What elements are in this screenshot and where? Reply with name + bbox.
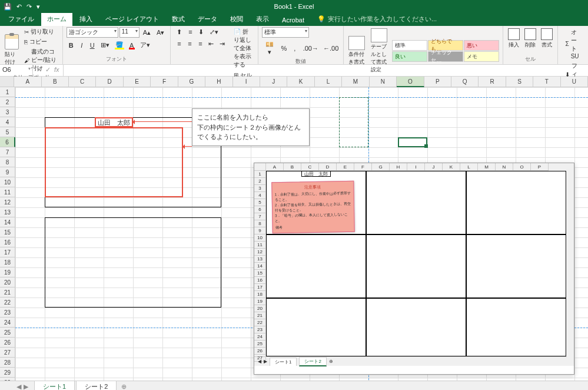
inset-col-C[interactable]: C [301,163,319,171]
inset-col-I[interactable]: I [407,163,425,171]
align-left-button[interactable]: ≡ [174,39,184,49]
inset-row-4[interactable]: 4 [254,192,266,199]
inset-col-K[interactable]: K [443,163,460,171]
row-header-27[interactable]: 27 [0,348,15,358]
inset-row-16[interactable]: 16 [254,277,266,284]
row-header-11[interactable]: 11 [0,187,15,197]
col-header-T[interactable]: T [533,77,560,87]
inset-row-23[interactable]: 23 [254,326,266,333]
cell-styles-gallery[interactable]: 標準 どちらでも… 悪い 良い チェック セ… メモ [392,40,499,62]
copy-button[interactable]: コピー [22,37,59,47]
inset-col-F[interactable]: F [354,163,372,171]
inset-row-9[interactable]: 9 [254,227,266,234]
tab-formulas[interactable]: 数式 [166,12,191,26]
row-header-14[interactable]: 14 [0,217,15,227]
inset-col-H[interactable]: H [390,163,407,171]
inset-col-B[interactable]: B [284,163,301,171]
inset-row-15[interactable]: 15 [254,270,266,277]
row-header-30[interactable]: 30 [0,378,15,381]
col-header-O[interactable]: O [397,77,424,87]
row-header-21[interactable]: 21 [0,287,15,298]
inset-row-21[interactable]: 21 [254,312,266,319]
inset-row-12[interactable]: 12 [254,249,266,256]
fill-color-button[interactable]: 🪣 [113,40,126,50]
col-header-U[interactable]: U [561,77,588,87]
name-input-cell[interactable]: 山田 太郎 [95,117,133,127]
row-header-24[interactable]: 24 [0,318,15,328]
inset-tab-sheet2[interactable]: シート2 [299,357,326,366]
row-header-6[interactable]: 6 [0,137,15,147]
inset-col-P[interactable]: P [531,163,549,171]
col-header-N[interactable]: N [370,77,397,87]
style-good[interactable]: 良い [392,51,427,62]
decrease-indent-button[interactable]: ⇤ [206,39,216,49]
inset-row-2[interactable]: 2 [254,178,266,185]
inset-row-24[interactable]: 24 [254,333,266,341]
align-right-button[interactable]: ≡ [195,39,205,49]
cells-grid[interactable]: 山田 太郎 ここに名前を入力したら 下の枠内にシート２から画像がとんでくるように… [15,87,588,381]
inset-col-O[interactable]: O [513,163,531,171]
row-header-18[interactable]: 18 [0,257,15,267]
align-center-button[interactable]: ≡ [185,39,194,49]
inset-row-3[interactable]: 3 [254,185,266,192]
accounting-button[interactable]: 💴▾ [262,39,278,57]
row-header-22[interactable]: 22 [0,298,15,308]
tab-acrobat[interactable]: Acrobat [276,14,310,26]
row-header-9[interactable]: 9 [0,167,15,177]
wrap-text-button[interactable]: 📄 折り返して全体を表示する [232,27,254,70]
row-header-15[interactable]: 15 [0,227,15,237]
inset-row-25[interactable]: 25 [254,341,266,348]
row-header-28[interactable]: 28 [0,358,15,368]
inset-col-L[interactable]: L [460,163,478,171]
col-header-E[interactable]: E [124,77,151,87]
orientation-button[interactable]: ⤢▾ [207,27,221,37]
format-cells-button[interactable]: 書式 [540,27,554,50]
inset-name-cell[interactable]: 山田 太郎 [301,171,331,177]
inset-row-6[interactable]: 6 [254,206,266,213]
row-header-19[interactable]: 19 [0,267,15,277]
tab-nav-next[interactable]: ▶ [24,383,28,390]
decrease-font-button[interactable]: A▾ [154,28,167,38]
name-box[interactable]: O6 [0,65,33,76]
col-header-D[interactable]: D [96,77,123,87]
inset-row-20[interactable]: 20 [254,305,266,312]
col-header-Q[interactable]: Q [451,77,479,87]
tab-home[interactable]: ホーム [41,12,72,26]
border-button[interactable]: ⊞▾ [98,40,112,50]
inset-tab-nav-next[interactable]: ▶ [264,359,267,364]
col-header-B[interactable]: B [42,77,69,87]
col-header-J[interactable]: J [260,77,287,87]
phonetic-button[interactable]: ア▾ [138,39,152,51]
sheet-tab-1[interactable]: シート1 [34,381,75,391]
row-header-23[interactable]: 23 [0,308,15,318]
comma-button[interactable]: , [290,44,300,53]
style-normal[interactable]: 標準 [392,40,427,51]
increase-decimal-button[interactable]: .00→ [301,44,320,53]
row-header-3[interactable]: 3 [0,107,15,117]
select-all-corner[interactable] [0,77,14,87]
selected-cell[interactable] [398,137,427,147]
increase-indent-button[interactable]: ⇥ [217,39,227,49]
cut-button[interactable]: 切り取り [22,27,59,37]
inset-cells[interactable]: 山田 太郎 注意事項 1．余剰了後は、大切にし、作業中は必ず携帯すること。 2．… [266,171,574,356]
bold-button[interactable]: B [67,41,76,50]
cancel-icon[interactable]: ✕ [36,66,42,75]
inset-row-7[interactable]: 7 [254,213,266,220]
row-header-29[interactable]: 29 [0,368,15,378]
style-memo[interactable]: メモ [464,51,499,62]
conditional-format-button[interactable]: 条件付き書式 [347,35,366,67]
row-header-12[interactable]: 12 [0,197,15,207]
inset-row-26[interactable]: 26 [254,348,266,355]
col-header-F[interactable]: F [151,77,178,87]
style-check[interactable]: チェック セ… [428,51,463,62]
tab-review[interactable]: 校閲 [224,12,249,26]
inset-corner[interactable] [254,163,266,171]
inset-row-1[interactable]: 1 [254,171,266,178]
inset-row-10[interactable]: 10 [254,234,266,242]
delete-cells-button[interactable]: 削除 [523,27,537,50]
inset-col-A[interactable]: A [266,163,284,171]
inset-row-11[interactable]: 11 [254,242,266,249]
col-header-G[interactable]: G [178,77,205,87]
inset-tab-nav-prev[interactable]: ◀ [258,359,261,364]
enter-icon[interactable]: ✓ [45,66,51,75]
